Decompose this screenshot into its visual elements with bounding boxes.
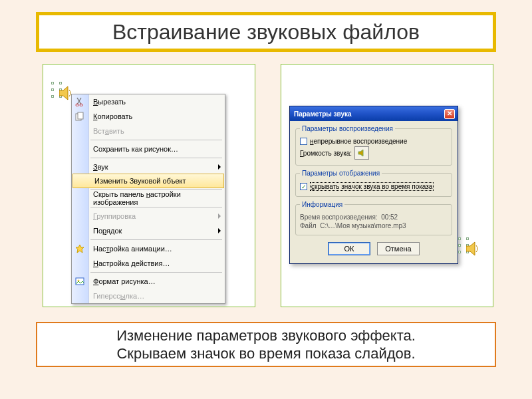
- page-title-box: Встраивание звуковых файлов: [36, 12, 496, 52]
- menu-save-as-picture[interactable]: Сохранить как рисунок…: [72, 142, 225, 156]
- chevron-right-icon: [218, 228, 221, 233]
- sound-options-dialog: Параметры звука ✕ Параметры воспроизведе…: [289, 106, 458, 264]
- ok-button[interactable]: ОК: [328, 242, 370, 255]
- file-label: Файл: [300, 222, 317, 229]
- group-playback-legend: Параметры воспроизведения: [300, 125, 395, 132]
- svg-marker-0: [59, 86, 68, 100]
- hide-icon-checkbox[interactable]: ✓: [300, 183, 307, 190]
- speaker-object-result[interactable]: [458, 236, 483, 261]
- close-icon: ✕: [447, 110, 452, 117]
- loop-checkbox[interactable]: [300, 138, 307, 145]
- cut-icon: [74, 96, 86, 108]
- group-playback: Параметры воспроизведения непрерывное во…: [295, 125, 452, 166]
- group-display-legend: Параметры отображения: [300, 170, 382, 177]
- volume-button[interactable]: [354, 146, 369, 160]
- menu-hide-image-toolbar[interactable]: Скрыть панель настройки изображения: [72, 191, 225, 205]
- animation-icon: [74, 243, 86, 255]
- separator: [90, 207, 222, 207]
- svg-rect-4: [78, 112, 83, 119]
- group-info: Информация Время воспроизведения: 00:52 …: [295, 201, 452, 235]
- menu-custom-animation[interactable]: Настройка анимации…: [72, 241, 225, 256]
- duration-label: Время воспроизведения:: [300, 213, 378, 221]
- menu-order[interactable]: Порядок: [72, 223, 225, 238]
- separator: [90, 239, 222, 240]
- svg-marker-9: [466, 242, 475, 255]
- picture-icon: [74, 275, 86, 287]
- page-title: Встраивание звуковых файлов: [112, 20, 420, 45]
- caption-line-2: Скрываем значок во время показа слайдов.: [116, 344, 415, 363]
- speaker-icon: [466, 241, 481, 256]
- separator: [90, 272, 222, 273]
- group-display: Параметры отображения ✓ скрывать значок …: [295, 170, 452, 197]
- separator: [90, 158, 222, 158]
- duration-value: 00:52: [381, 213, 398, 221]
- left-panel: Вырезать Копировать Вставить Сохранить к…: [43, 64, 255, 307]
- menu-edit-sound-object[interactable]: Изменить Звуковой объект: [72, 174, 224, 188]
- context-menu: Вырезать Копировать Вставить Сохранить к…: [71, 94, 225, 304]
- volume-icon: [358, 149, 366, 157]
- right-panel: Параметры звука ✕ Параметры воспроизведе…: [281, 64, 493, 307]
- svg-marker-8: [358, 150, 363, 156]
- dialog-title-text: Параметры звука: [294, 110, 352, 118]
- chevron-right-icon: [218, 213, 221, 219]
- separator: [90, 189, 222, 190]
- svg-marker-5: [76, 245, 84, 253]
- menu-format-picture[interactable]: Формат рисунка…: [72, 274, 225, 289]
- menu-cut[interactable]: Вырезать: [72, 94, 225, 109]
- separator: [90, 140, 222, 140]
- menu-copy[interactable]: Копировать: [72, 109, 225, 124]
- dialog-titlebar[interactable]: Параметры звука ✕: [290, 106, 458, 121]
- menu-grouping: Группировка: [72, 209, 225, 223]
- group-info-legend: Информация: [300, 201, 344, 208]
- caption-box: Изменение параметров звукового эффекта. …: [36, 322, 496, 367]
- menu-paste: Вставить: [72, 124, 225, 138]
- close-button[interactable]: ✕: [444, 109, 455, 119]
- chevron-right-icon: [218, 164, 221, 170]
- menu-hyperlink: Гиперссылка…: [72, 289, 225, 303]
- copy-icon: [74, 110, 86, 122]
- menu-action-settings[interactable]: Настройка действия…: [72, 256, 225, 271]
- caption-line-1: Изменение параметров звукового эффекта.: [116, 327, 416, 345]
- cancel-button[interactable]: Отмена: [377, 242, 420, 255]
- file-path: C:\…\Моя музыка\more.mp3: [320, 222, 406, 229]
- menu-sound[interactable]: Звук: [72, 160, 225, 174]
